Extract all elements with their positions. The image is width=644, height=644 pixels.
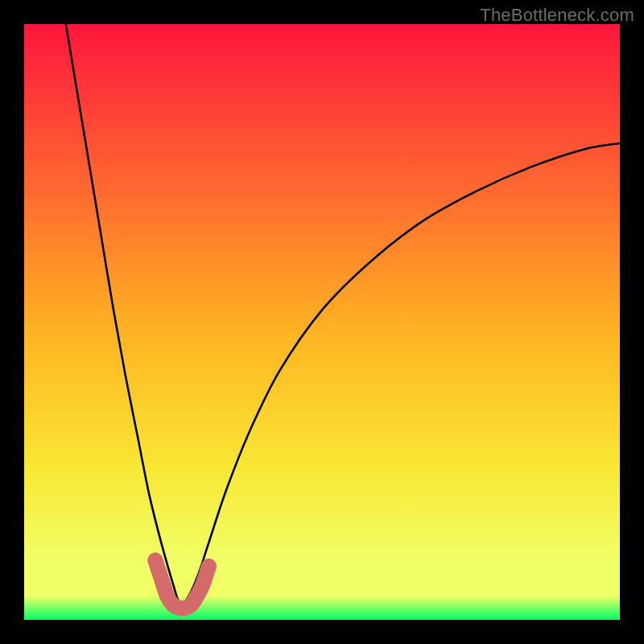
watermark-text: TheBottleneck.com (480, 5, 634, 26)
chart-container: TheBottleneck.com (0, 0, 644, 644)
gradient-background (24, 24, 620, 620)
bottleneck-plot (24, 24, 620, 620)
